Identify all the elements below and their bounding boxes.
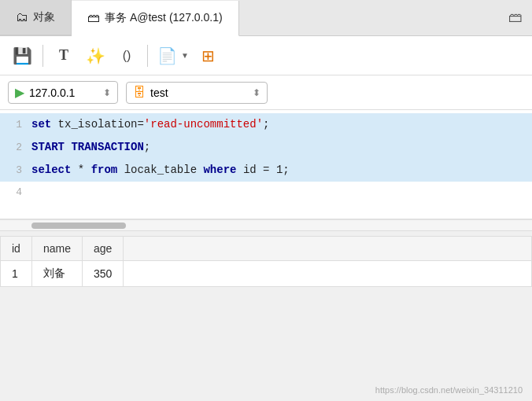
host-value: 127.0.0.1	[29, 86, 75, 99]
execute-split-button[interactable]: 📄 ▼	[154, 42, 190, 70]
col-header-id: id	[1, 237, 32, 261]
line-num-2: 2	[0, 137, 31, 159]
paren-button[interactable]: ()	[113, 42, 141, 70]
execute-icon: 📄	[154, 42, 179, 70]
cell-empty	[124, 261, 532, 287]
watermark: https://blog.csdn.net/weixin_34311210	[375, 385, 523, 395]
scroll-thumb[interactable]	[31, 223, 126, 229]
tab-bar: 🗂 对象 🗃 事务 A@test (127.0.0.1) 🗃	[0, 0, 532, 36]
line-content-3: select * from locak_table where id = 1;	[31, 159, 532, 181]
line-num-1: 1	[0, 114, 31, 136]
host-dropdown-arrow: ⬍	[103, 87, 111, 98]
db-icon: 🗄	[133, 86, 146, 100]
database-selector[interactable]: 🗄 test ⬍	[126, 82, 268, 104]
tab-objects-label: 对象	[33, 10, 55, 24]
editor-scrollbar[interactable]	[0, 220, 532, 231]
col-header-age: age	[82, 237, 123, 261]
grid-button[interactable]: ⊞	[194, 42, 222, 70]
toolbar-divider-2	[147, 45, 148, 67]
host-icon: ▶	[15, 85, 24, 100]
execute-dropdown-arrow[interactable]: ▼	[179, 42, 190, 70]
col-header-empty	[124, 237, 532, 261]
toolbar: 💾 T ✨ () 📄 ▼ ⊞	[0, 36, 532, 75]
objects-tab-icon: 🗂	[16, 10, 28, 24]
col-header-name: name	[31, 237, 82, 261]
save-icon: 💾	[13, 46, 32, 65]
transaction-tab-icon: 🗃	[87, 11, 100, 25]
line-content-1: set tx_isolation='read-uncommitted';	[31, 113, 532, 135]
sql-editor[interactable]: 1 set tx_isolation='read-uncommitted'; 2…	[0, 110, 532, 220]
db-dropdown-arrow: ⬍	[253, 87, 260, 98]
tab-more-button[interactable]: 🗃	[499, 0, 532, 35]
save-button[interactable]: 💾	[8, 42, 36, 70]
tab-transaction-label: 事务 A@test (127.0.0.1)	[105, 11, 223, 25]
editor-line-1: 1 set tx_isolation='read-uncommitted';	[0, 113, 532, 136]
database-value: test	[150, 86, 168, 99]
cell-name: 刘备	[31, 261, 82, 287]
line-num-4: 4	[0, 182, 31, 204]
table-header-row: id name age	[1, 237, 532, 261]
cell-id: 1	[1, 261, 32, 287]
format-button[interactable]: T	[50, 42, 78, 70]
connection-bar: ▶ 127.0.0.1 ⬍ 🗄 test ⬍	[0, 75, 532, 110]
grid-icon: ⊞	[201, 46, 215, 65]
editor-line-3: 3 select * from locak_table where id = 1…	[0, 159, 532, 182]
results-table: id name age 1 刘备 350	[0, 236, 532, 287]
editor-line-2: 2 START TRANSACTION;	[0, 136, 532, 159]
magic-button[interactable]: ✨	[81, 42, 109, 70]
results-container: id name age 1 刘备 350	[0, 236, 532, 287]
line-content-2: START TRANSACTION;	[31, 136, 532, 158]
toolbar-divider-1	[42, 45, 43, 67]
editor-section: 1 set tx_isolation='read-uncommitted'; 2…	[0, 110, 532, 231]
host-selector[interactable]: ▶ 127.0.0.1 ⬍	[8, 81, 118, 104]
cell-age: 350	[82, 261, 123, 287]
magic-icon: ✨	[86, 46, 105, 65]
tab-transaction-a[interactable]: 🗃 事务 A@test (127.0.0.1)	[72, 1, 239, 36]
paren-icon: ()	[123, 49, 131, 63]
tab-more-icon: 🗃	[508, 9, 523, 26]
editor-line-4: 4	[0, 182, 532, 204]
table-row: 1 刘备 350	[1, 261, 532, 287]
line-num-3: 3	[0, 160, 31, 182]
tab-objects[interactable]: 🗂 对象	[0, 0, 72, 35]
format-icon: T	[59, 47, 68, 64]
